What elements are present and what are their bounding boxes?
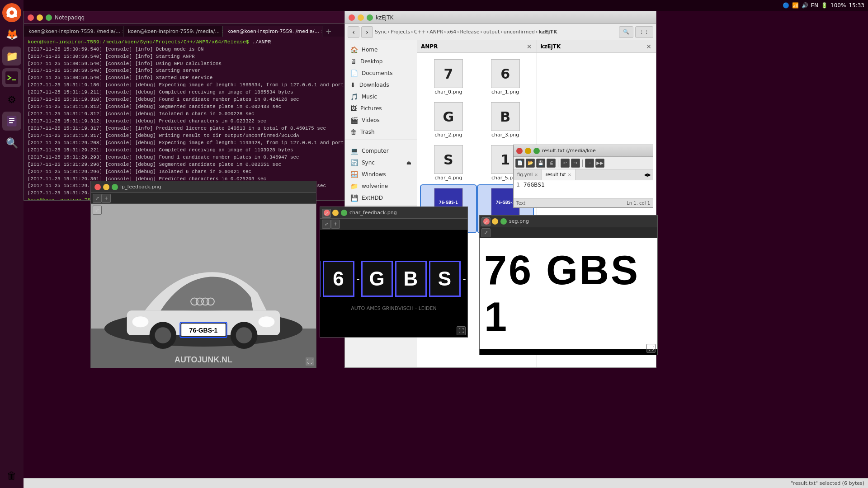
open-btn[interactable]: 📂 [526,159,535,168]
terminal-min-btn[interactable] [37,14,43,21]
bc-anpr[interactable]: ANPR [429,29,443,35]
undo-btn[interactable]: ↩ [561,159,570,168]
fm-forward-btn[interactable]: › [361,26,373,38]
bc-cpp[interactable]: C++ [414,29,426,35]
list-item[interactable]: B char_3.png [478,99,533,141]
trash-icon[interactable]: 🗑 [2,466,21,485]
char-feedback-max-btn[interactable] [341,210,347,216]
seg-min-btn[interactable] [492,218,498,225]
bc-unconfirmed[interactable]: unconfirmed [504,29,535,35]
cf-zoom-fit-btn[interactable]: ⤢ [322,220,331,229]
files-icon[interactable]: 📁 [2,47,21,66]
seg-zoom-fit-btn[interactable]: ⤢ [481,228,491,237]
nav-btn[interactable]: ▶▶ [595,159,604,168]
tab-result-close[interactable]: ✕ [568,173,571,177]
textedit-min-btn[interactable] [525,148,531,154]
terminal-close-btn[interactable] [28,14,34,21]
sidebar-item-videos[interactable]: 🎬 Videos [345,114,417,126]
sidebar-item-pictures[interactable]: 🖼 Pictures [345,103,417,114]
fm-max-btn[interactable] [367,14,373,21]
sidebar-item-trash[interactable]: 🗑 Trash [345,126,417,138]
save-btn[interactable]: 💾 [536,159,545,168]
bc-release[interactable]: Release [460,29,480,35]
bc-x64[interactable]: x64 [447,29,457,35]
redo-btn[interactable]: ↪ [571,159,580,168]
terminal-tab-3[interactable]: koen@koen-inspiron-7559: /media/... ✕ [223,26,322,37]
list-item[interactable]: S char_4.png [421,142,476,183]
terminal-tab-1[interactable]: koen@koen-inspiron-7559: /media/... ✕ [24,26,123,37]
textedit-editor[interactable]: 1 76GBS1 [514,180,653,198]
terminal-window: Notepadqq koen@koen-inspiron-7559: /medi… [24,11,368,201]
sidebar-item-sync[interactable]: 🔄 Sync ⏏ [345,157,417,169]
print-btn[interactable]: 🖨 [547,159,556,168]
lp-feedback-image: 76-GBS-1 AUTOJUNK.NL ⤢ ⛶ [91,204,316,368]
textedit-titlebar: result.txt (/media/koe [514,145,653,157]
sidebar-item-wolverine[interactable]: 📁 wolverine [345,180,417,192]
list-item[interactable]: G char_2.png [421,99,476,141]
sidebar-item-downloads[interactable]: ⬇ Downloads [345,79,417,91]
statusbar: 🔵 📶 🔊 EN 🔋 100% 15:33 [24,0,868,11]
tab-figyml-close[interactable]: ✕ [534,173,538,177]
terminal-tab-2[interactable]: koen@koen-inspiron-7559: /media/... ✕ [123,26,223,37]
lp-feedback-expand-btn[interactable]: ⤢ [93,206,102,215]
bc-projects[interactable]: Projects [391,29,410,35]
sidebar-item-music[interactable]: 🎵 Music [345,91,417,103]
seg-max-btn[interactable] [500,218,507,225]
fm-back-btn[interactable]: ‹ [348,26,359,38]
list-item[interactable]: 7 char_0.png [421,56,476,98]
fm-min-btn[interactable] [358,14,364,21]
exthdd-icon: 💾 [350,194,358,202]
lp-feedback-close-btn[interactable] [94,184,101,190]
seg-black-bar [480,349,657,355]
more-btn[interactable]: ⋯ [585,159,594,168]
cf-zoom-in-btn[interactable]: + [331,220,340,229]
volume-icon: 🔊 [802,2,808,9]
textedit-tab-figyml[interactable]: fig.yml ✕ [514,169,542,180]
sidebar-item-windows[interactable]: 🪟 Windows [345,169,417,180]
seg-fullscreen-btn[interactable]: ⛶ [646,344,656,353]
tab-scroll-right[interactable]: ▶ [647,172,651,177]
fm-pane-kzejtk-close[interactable]: ✕ [645,43,652,50]
textedit-title: result.txt (/media/koe [542,148,596,154]
terminal-content[interactable]: koen@koen-inspiron-7559:/media/koen/Sync… [24,37,368,200]
lp-feedback-min-btn[interactable] [103,184,109,190]
firefox-icon[interactable]: 🦊 [2,25,21,44]
fm-pane-anpr-close[interactable]: ✕ [526,43,533,50]
battery-pct: 100% [830,2,846,9]
lp-feedback-max-btn[interactable] [112,184,118,190]
sync-eject-btn[interactable]: ⏏ [406,160,411,166]
editor-content[interactable]: 76GBS1 [524,181,545,188]
bottombar-status: "result.txt" selected (6 bytes) [791,480,864,486]
lp-zoom-in-btn[interactable]: + [102,194,111,203]
nmap-icon[interactable]: 🔍 [2,133,21,152]
system-icon[interactable]: ⚙️ [2,90,21,109]
notepad-icon[interactable] [2,112,21,131]
cf-fullscreen-btn[interactable]: ⛶ [457,326,466,335]
terminal-new-tab-btn[interactable]: + [322,26,335,37]
new-file-btn[interactable]: 📄 [515,159,524,168]
sidebar-item-home[interactable]: 🏠 Home [345,44,417,56]
fm-view-btn[interactable]: ⋮⋮ [635,26,653,38]
char-feedback-min-btn[interactable] [332,210,339,216]
fm-close-btn[interactable] [349,14,355,21]
bc-kzejtk[interactable]: kzEjTK [539,29,557,35]
list-item[interactable]: 6 char_1.png [478,56,533,98]
sidebar-item-computer[interactable]: 💻 Computer [345,145,417,157]
sidebar-item-documents[interactable]: 📄 Documents [345,67,417,79]
textedit-tab-result[interactable]: result.txt ✕ [542,169,576,180]
textedit-max-btn[interactable] [533,148,540,154]
lp-zoom-fit-btn[interactable]: ⤢ [93,194,102,203]
lp-feedback-titlebar: lp_feedback.png [91,181,316,193]
terminal-icon[interactable] [2,68,21,87]
sidebar-item-exthdd[interactable]: 💾 ExtHDD [345,192,417,204]
terminal-max-btn[interactable] [46,14,52,21]
bc-output[interactable]: output [483,29,500,35]
lp-feedback-fullscreen-btn[interactable]: ⛶ [305,357,314,366]
textedit-close-btn[interactable] [516,148,523,154]
sidebar-item-desktop[interactable]: 🖥 Desktop [345,56,417,67]
bc-sync[interactable]: Sync [375,29,387,35]
svg-point-1 [9,10,14,14]
fm-search-btn[interactable]: 🔍 [619,26,633,38]
tab-scroll-left[interactable]: ◀ [644,172,648,177]
ubuntu-icon[interactable] [2,3,21,22]
